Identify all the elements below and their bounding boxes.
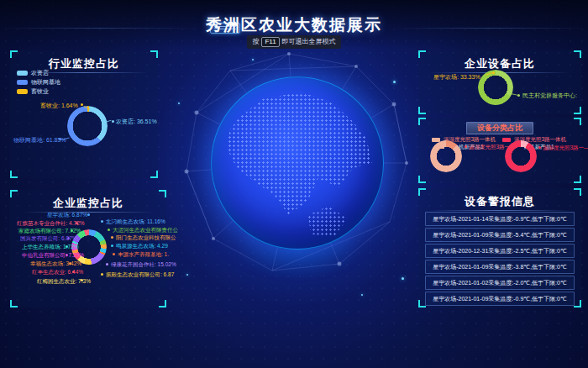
particle: [402, 277, 404, 280]
slice-label: 大运河生态农业有限责任公: [113, 227, 178, 234]
alarm-row: 星宇农场-2021-01-02采集温度:-2.0℃,低于下限:0℃: [425, 276, 575, 290]
panel-device-alarms: 设备警报信息 星宇农场-2021-01-14采集温度:-0.9℃,低于下限:0℃…: [418, 188, 581, 308]
legend-label: 物联网基地: [31, 78, 60, 87]
slice-label: 丰源水产养殖基地: 1.: [118, 251, 169, 258]
slice-label: 中仙乳业有限公司: 7.29%: [22, 252, 84, 259]
slice-label: 畜牧业: 1.64%: [40, 103, 78, 109]
panel-title: 设备分类占比: [466, 122, 533, 134]
leader-dot: [81, 279, 83, 281]
particle: [186, 274, 188, 276]
alarm-row: 星宇农场-2021-01-09采集温度:-0.9℃,低于下限:0℃: [425, 292, 575, 306]
leader-dot: [71, 229, 73, 232]
slice-label: 星宇农场: 33.33%: [433, 74, 480, 81]
globe: [211, 76, 384, 250]
slice-label: 红丰生态农业: 6.44%: [32, 269, 83, 276]
industry-donut-chart[interactable]: [67, 106, 108, 146]
slice-label: 红旗苗木专业合作社: 4.72%: [17, 220, 85, 227]
leader-dot: [81, 103, 83, 106]
leader-dot: [112, 120, 114, 123]
leader-dot: [108, 229, 110, 231]
hint-suffix: 即可退出全屏模式: [282, 38, 336, 45]
leader-dot: [101, 273, 103, 276]
leader-dot: [101, 220, 103, 223]
leader-dot: [66, 254, 68, 256]
alarm-row: 星宇农场-2021-01-14采集温度:-0.9℃,低于下限:0℃: [425, 212, 575, 226]
slice-label: 绿康花卉园合作社: 15.02%: [111, 261, 176, 268]
page-title: 秀洲区农业大数据展示: [0, 14, 588, 36]
panel-enterprise-monitor: 企业监控占比 星宇农场: 6.87% 红旗苗木专业合作社: 4.72% 家庭农场…: [10, 190, 166, 308]
leader-dot: [106, 263, 108, 265]
particle: [361, 294, 363, 296]
leader-dot: [87, 213, 90, 216]
slice-label: 民主村党群服务中心:: [522, 92, 577, 99]
hint-prefix: 按: [252, 38, 259, 45]
alarm-row: 星宇农场-2020-12-31采集温度:-2.5℃,低于下限:0℃: [425, 244, 575, 258]
alarm-row: 星宇农场-2021-01-09采集温度:-3.8℃,低于下限:0℃: [425, 260, 575, 274]
equipment-donut-chart[interactable]: [478, 70, 513, 105]
leader-dot: [67, 237, 70, 239]
panel-title: 企业监控占比: [10, 196, 166, 211]
slice-label: 北汈粮生态农场: 11.16%: [106, 218, 165, 225]
slice-label: 振殿生态农业有限公司: 6.87: [106, 271, 174, 278]
slice-label: 星宇农场: 6.87%: [47, 212, 87, 218]
leader-dot: [72, 271, 75, 273]
panel-device-classification: 设备分类占比 温湿度光照3路一体机 一体机新产品1 温湿度光照3路一— 温湿度光…: [418, 118, 581, 183]
leader-dot: [111, 236, 113, 239]
panel-title: 企业设备占比: [418, 56, 581, 71]
particle: [178, 103, 180, 104]
legend-swatch: [17, 89, 28, 94]
leader-dot: [69, 262, 71, 265]
leader-dot: [538, 146, 541, 149]
slice-label: 阳门生态农业科技有限公: [116, 234, 176, 241]
device-class-left-donut[interactable]: [430, 140, 462, 172]
title-divider: [430, 210, 570, 211]
particle: [252, 59, 254, 60]
slice-label: 温湿度光照3路一—: [543, 145, 588, 151]
alarm-row: 星宇农场-2021-01-09采集温度:-5.4℃,低于下限:0℃: [425, 228, 575, 242]
panel-title: 设备警报信息: [418, 194, 581, 209]
dashboard: 秀洲区农业大数据展示 按F11即可退出全屏模式 行业监控占比: [0, 0, 588, 368]
slice-label: 上华生态养殖场: 1.72%: [22, 244, 79, 250]
legend-label: 农资店: [31, 69, 49, 77]
leader-dot: [66, 245, 68, 248]
leader-dot: [111, 244, 113, 247]
leader-dot: [113, 253, 115, 255]
slice-label: 幸福生态农场: 3.42%: [30, 260, 81, 267]
panel-enterprise-equipment: 企业设备占比 星宇农场: 33.33% 民主村党群服务中心:: [418, 50, 581, 114]
device-class-right-donut[interactable]: [505, 140, 537, 172]
slice-label: 农资店: 36.51%: [116, 118, 157, 125]
title-divider: [21, 212, 155, 213]
legend-item[interactable]: 农资店: [17, 69, 49, 77]
slice-label: 鸣泉源生态农场: 4.29: [116, 243, 168, 250]
leader-dot: [76, 222, 78, 224]
panel-industry-monitor: 行业监控占比 农资店 物联网基地 畜牧业 畜牧业: 1.64% 农资店: 36.…: [10, 50, 158, 178]
legend-item[interactable]: 畜牧业: [17, 87, 49, 96]
leader-dot: [465, 145, 467, 148]
particle: [393, 81, 396, 83]
legend-item[interactable]: 物联网基地: [17, 78, 60, 87]
legend-label: 畜牧业: [31, 87, 49, 96]
legend-swatch: [17, 80, 28, 85]
legend-swatch: [502, 138, 511, 142]
legend-swatch: [17, 71, 28, 76]
